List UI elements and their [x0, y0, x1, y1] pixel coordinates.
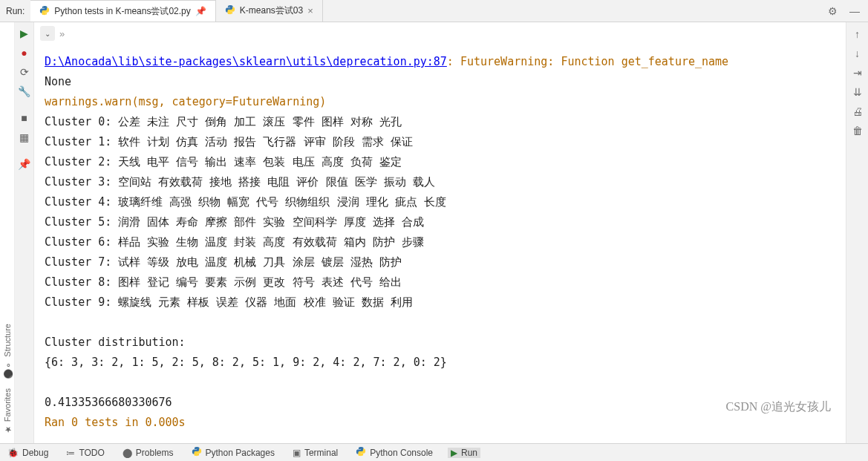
- problems-icon: ⬤: [123, 448, 132, 458]
- trash-icon[interactable]: 🗑: [852, 125, 863, 137]
- rerun-button[interactable]: ⟳: [16, 64, 33, 80]
- tab-python-console[interactable]: Python Console: [353, 446, 436, 459]
- structure-icon: ⚫⚬: [2, 360, 12, 379]
- pin-button[interactable]: 📌: [16, 156, 33, 172]
- wrench-icon[interactable]: 🔧: [16, 83, 33, 99]
- output-line: Cluster 6: 样品 实验 生物 温度 封装 高度 有效载荷 箱内 防护 …: [45, 232, 835, 252]
- body: ⚫⚬Structure ★Favorites ▶ ● ⟳ 🔧 ■ ▦ 📌 ⌄ »…: [0, 22, 868, 443]
- play-button[interactable]: ▶: [16, 25, 33, 42]
- output-line: 0.41335366680330676: [45, 393, 835, 413]
- star-icon: ★: [2, 425, 12, 434]
- bug-icon: 🐞: [7, 448, 19, 458]
- gear-icon[interactable]: ⚙: [823, 5, 841, 17]
- tab-terminal[interactable]: ▣Terminal: [290, 448, 341, 458]
- run-tool-window-header: Run: Python tests in K-means尝试02.py 📌 K-…: [0, 0, 868, 22]
- tab-run[interactable]: ▶Run: [448, 448, 480, 458]
- terminal-icon: ▣: [293, 448, 301, 458]
- layout-button[interactable]: ▦: [16, 129, 33, 146]
- output-line: Cluster 2: 天线 电平 信号 输出 速率 包装 电压 高度 负荷 鉴定: [45, 152, 835, 172]
- stop-button[interactable]: ■: [16, 110, 33, 126]
- console-right-toolbar: ↑ ↓ ⇥ ⇊ 🖨 🗑: [846, 22, 868, 443]
- run-toolbar-left: ▶ ● ⟳ 🔧 ■ ▦ 📌: [15, 22, 34, 443]
- minimize-icon[interactable]: —: [846, 5, 864, 17]
- python-icon: [225, 4, 235, 17]
- up-icon[interactable]: ↑: [855, 28, 860, 40]
- print-icon[interactable]: 🖨: [852, 105, 863, 117]
- todo-icon: ≔: [66, 448, 75, 458]
- output-line: Cluster 0: 公差 未注 尺寸 倒角 加工 滚压 零件 图样 对称 光孔: [45, 112, 835, 132]
- output-line: Cluster 5: 润滑 固体 寿命 摩擦 部件 实验 空间科学 厚度 选择 …: [45, 212, 835, 232]
- python-icon: [192, 446, 202, 459]
- tab-label: K-means尝试03: [240, 4, 303, 17]
- down-icon[interactable]: ↓: [855, 48, 860, 59]
- output-line: Cluster 9: 螺旋线 元素 样板 误差 仪器 地面 校准 验证 数据 利…: [45, 292, 835, 313]
- csdn-watermark: CSDN @追光女孩儿: [726, 396, 831, 416]
- output-line: Cluster 7: 试样 等级 放电 温度 机械 刀具 涂层 镀层 湿热 防护: [45, 252, 835, 272]
- test-summary: Ran 0 tests in 0.000s: [45, 413, 835, 433]
- file-link[interactable]: D:\Anocada\lib\site-packages\sklearn\uti…: [45, 55, 447, 68]
- run-tab-active[interactable]: Python tests in K-means尝试02.py 📌: [30, 0, 215, 22]
- breadcrumb: »: [59, 28, 65, 39]
- output-line: Cluster 4: 玻璃纤维 高强 织物 幅宽 代号 织物组织 浸润 理化 疵…: [45, 192, 835, 212]
- output-line: {6: 3, 3: 2, 1: 5, 2: 5, 8: 2, 5: 1, 9: …: [45, 353, 835, 373]
- output-line: Cluster 1: 软件 计划 仿真 活动 报告 飞行器 评审 阶段 需求 保…: [45, 132, 835, 152]
- collapse-toggle[interactable]: ⌄: [40, 26, 55, 41]
- softwrap-icon[interactable]: ⇥: [853, 67, 862, 79]
- bottom-tool-tabs: 🐞Debug ≔TODO ⬤Problems Python Packages ▣…: [0, 443, 868, 461]
- tab-debug[interactable]: 🐞Debug: [4, 448, 51, 458]
- scroll-end-icon[interactable]: ⇊: [853, 86, 862, 98]
- structure-tool[interactable]: ⚫⚬Structure: [2, 321, 12, 382]
- tab-problems[interactable]: ⬤Problems: [120, 448, 177, 458]
- tab-python-packages[interactable]: Python Packages: [189, 446, 278, 459]
- run-config-tabs: Python tests in K-means尝试02.py 📌 K-means…: [30, 0, 322, 22]
- warning-text: : FutureWarning: Function get_feature_na…: [447, 55, 728, 68]
- console-wrap: ⌄ » D:\Anocada\lib\site-packages\sklearn…: [34, 22, 846, 443]
- output-line: Cluster 3: 空间站 有效载荷 接地 搭接 电阻 评价 限值 医学 振动…: [45, 172, 835, 192]
- run-label: Run:: [0, 6, 30, 16]
- close-icon[interactable]: ×: [307, 5, 313, 16]
- favorites-tool[interactable]: ★Favorites: [2, 385, 12, 437]
- console-output[interactable]: D:\Anocada\lib\site-packages\sklearn\uti…: [34, 45, 846, 443]
- output-line: Cluster distribution:: [45, 333, 835, 353]
- python-icon: [356, 446, 366, 459]
- python-icon: [39, 5, 50, 18]
- tab-todo[interactable]: ≔TODO: [63, 448, 107, 458]
- warning-line: warnings.warn(msg, category=FutureWarnin…: [45, 92, 835, 112]
- run-tab-2[interactable]: K-means尝试03 ×: [216, 0, 323, 22]
- tab-label: Python tests in K-means尝试02.py: [54, 5, 190, 18]
- pin-icon[interactable]: 📌: [195, 6, 206, 16]
- console-top-toolbar: ⌄ »: [34, 22, 846, 45]
- output-line: Cluster 8: 图样 登记 编号 要素 示例 更改 符号 表述 代号 给出: [45, 272, 835, 292]
- breakpoint-button[interactable]: ●: [16, 45, 33, 61]
- left-vertical-tabs: ⚫⚬Structure ★Favorites: [0, 22, 15, 443]
- play-icon: ▶: [451, 448, 457, 458]
- output-line: None: [45, 72, 835, 92]
